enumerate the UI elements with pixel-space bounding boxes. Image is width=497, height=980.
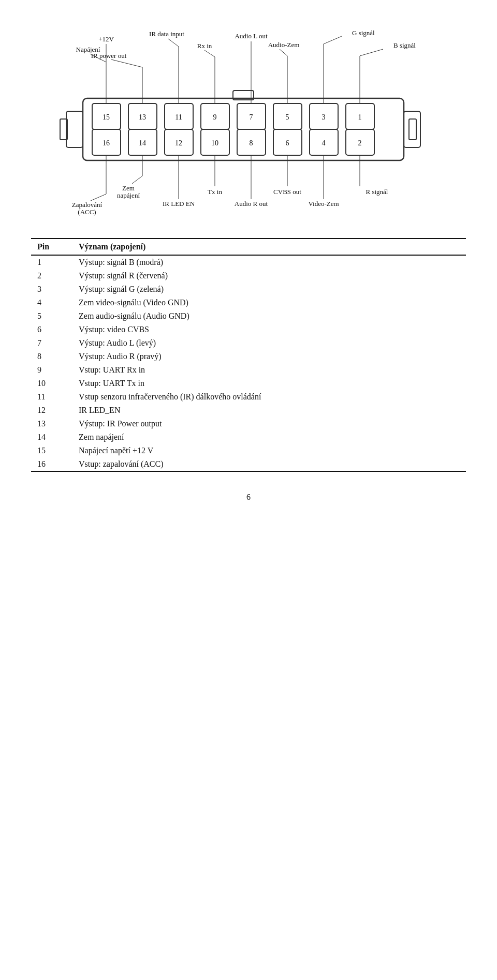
pin-number: 11 [31,390,72,404]
table-row: 13Výstup: IR Power output [31,417,466,430]
pin-description: Výstup: signál R (červená) [72,269,466,283]
connector-svg: 15 13 11 9 7 5 3 1 16 [31,16,466,233]
svg-line-58 [280,49,287,56]
svg-text:7: 7 [250,113,253,121]
pin-description: Výstup: signál B (modrá) [72,255,466,269]
svg-text:14: 14 [139,139,146,147]
pin-description: Výstup: signál G (zelená) [72,283,466,296]
table-row: 4Zem video-signálu (Video GND) [31,296,466,309]
table-row: 9Vstup: UART Rx in [31,363,466,377]
table-row: 15Napájecí napětí +12 V [31,444,466,457]
svg-text:13: 13 [139,113,146,121]
table-row: 12IR LED_EN [31,404,466,417]
svg-text:11: 11 [175,113,182,121]
svg-text:Video-Zem: Video-Zem [308,200,339,207]
svg-text:Zem: Zem [122,184,135,192]
svg-text:B signál: B signál [393,41,416,49]
svg-text:6: 6 [286,139,289,147]
pin-description: Vstup: zapalování (ACC) [72,457,466,471]
table-row: 8Výstup: Audio R (pravý) [31,350,466,363]
table-row: 16Vstup: zapalování (ACC) [31,457,466,471]
pin-description: Výstup: Audio R (pravý) [72,350,466,363]
pin-table: Pin Význam (zapojení) 1Výstup: signál B … [31,238,466,472]
pin-description: Výstup: IR Power output [72,417,466,430]
diagram-container: 15 13 11 9 7 5 3 1 16 [31,16,466,233]
svg-line-74 [91,194,106,201]
pin-number: 12 [31,404,72,417]
pin-description: Zem audio-signálu (Audio GND) [72,309,466,323]
svg-text:8: 8 [250,139,253,147]
pin-description: Zem video-signálu (Video GND) [72,296,466,309]
pin-number: 16 [31,457,72,471]
svg-line-61 [360,49,383,56]
svg-text:12: 12 [175,139,182,147]
table-row: 5Zem audio-signálu (Audio GND) [31,309,466,323]
table-row: 14Zem napájení [31,430,466,444]
svg-line-52 [111,60,142,67]
pin-description: Napájecí napětí +12 V [72,444,466,457]
pin-number: 10 [31,377,72,390]
pin-number: 8 [31,350,72,363]
svg-text:IR power out: IR power out [91,52,127,60]
svg-line-49 [324,36,342,44]
svg-text:Tx in: Tx in [208,188,222,196]
svg-line-44 [168,39,179,47]
col-desc-header: Význam (zapojení) [72,239,466,255]
pin-number: 6 [31,323,72,336]
svg-rect-1 [66,111,83,147]
svg-text:5: 5 [286,113,289,121]
svg-text:Rx in: Rx in [197,42,212,50]
table-row: 11Vstup senzoru infračerveného (IR) dálk… [31,390,466,404]
svg-text:Audio R out: Audio R out [235,200,268,207]
svg-text:CVBS out: CVBS out [273,188,301,196]
pin-number: 4 [31,296,72,309]
svg-text:9: 9 [213,113,217,121]
page-number: 6 [31,493,466,502]
table-row: 10Vstup: UART Tx in [31,377,466,390]
table-row: 2Výstup: signál R (červená) [31,269,466,283]
svg-text:15: 15 [103,113,110,121]
svg-text:IR LED EN: IR LED EN [163,200,195,207]
svg-rect-4 [409,119,416,140]
svg-text:Zapalování: Zapalování [72,201,103,209]
pin-description: Vstup: UART Tx in [72,377,466,390]
pin-number: 14 [31,430,72,444]
svg-text:IR data input: IR data input [149,30,184,38]
svg-text:1: 1 [358,113,362,121]
pin-number: 9 [31,363,72,377]
svg-line-55 [204,50,215,57]
table-row: 7Výstup: Audio L (levý) [31,336,466,350]
pin-number: 5 [31,309,72,323]
svg-text:4: 4 [322,139,326,147]
svg-text:+12V: +12V [98,35,114,43]
svg-text:10: 10 [211,139,218,147]
svg-text:(ACC): (ACC) [78,208,96,216]
pin-description: Vstup: UART Rx in [72,363,466,377]
pin-number: 1 [31,255,72,269]
connector-diagram: 15 13 11 9 7 5 3 1 16 [31,16,466,233]
svg-text:R signál: R signál [366,188,388,196]
col-pin-header: Pin [31,239,72,255]
svg-text:3: 3 [322,113,326,121]
table-row: 6Výstup: video CVBS [31,323,466,336]
svg-text:16: 16 [103,139,110,147]
pin-number: 3 [31,283,72,296]
pin-description: Zem napájení [72,430,466,444]
pin-number: 2 [31,269,72,283]
pin-description: IR LED_EN [72,404,466,417]
pin-number: 15 [31,444,72,457]
pin-number: 7 [31,336,72,350]
svg-text:G signál: G signál [352,29,375,37]
svg-text:napájení: napájení [117,191,140,199]
pin-description: Vstup senzoru infračerveného (IR) dálkov… [72,390,466,404]
svg-text:Audio L out: Audio L out [235,32,267,40]
svg-rect-3 [404,111,420,147]
svg-line-64 [132,176,142,184]
svg-text:Audio-Zem: Audio-Zem [268,41,300,49]
svg-text:2: 2 [358,139,362,147]
pin-description: Výstup: video CVBS [72,323,466,336]
pin-number: 13 [31,417,72,430]
table-row: 1Výstup: signál B (modrá) [31,255,466,269]
pin-description: Výstup: Audio L (levý) [72,336,466,350]
table-row: 3Výstup: signál G (zelená) [31,283,466,296]
